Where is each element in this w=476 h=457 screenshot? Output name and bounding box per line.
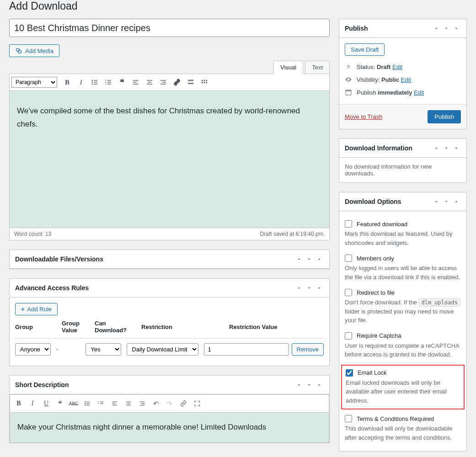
add-media-button[interactable]: Add Media — [9, 44, 59, 57]
edit-visibility-link[interactable]: Edit — [401, 76, 411, 83]
svg-rect-50 — [140, 405, 145, 405]
move-up-icon[interactable] — [432, 197, 441, 206]
option-checkbox[interactable] — [345, 220, 352, 228]
edit-date-link[interactable]: Edit — [414, 89, 424, 96]
bullet-list-button[interactable] — [88, 76, 101, 89]
option-description: Email locked downloads will only be avai… — [346, 378, 460, 405]
option-label-text: Email Lock — [358, 369, 387, 376]
option-checkbox[interactable] — [346, 369, 353, 377]
link-button[interactable] — [177, 398, 189, 409]
blockquote-button[interactable]: ❝ — [116, 76, 128, 89]
group-select[interactable]: Anyone — [15, 343, 51, 356]
publish-button[interactable]: Publish — [428, 110, 461, 123]
align-center-button[interactable] — [123, 398, 134, 409]
svg-rect-33 — [86, 402, 90, 402]
number-list-button[interactable]: 12 — [95, 398, 107, 409]
option-item: Featured downloadMark this download as f… — [345, 217, 461, 251]
option-checkbox[interactable] — [345, 255, 352, 262]
fullscreen-button[interactable] — [191, 398, 203, 409]
undo-button[interactable]: ↶ — [150, 398, 162, 409]
restriction-value-input[interactable] — [204, 343, 289, 356]
short-desc-content[interactable]: Make your Christmas night dinner a memor… — [10, 413, 329, 443]
svg-rect-46 — [127, 403, 130, 404]
option-description: User is required to complete a reCAPTCHA… — [345, 341, 461, 359]
option-label[interactable]: Redirect to file — [345, 289, 461, 296]
bold-button[interactable]: B — [13, 398, 25, 409]
move-up-icon[interactable] — [294, 283, 304, 292]
publish-box-title: Publish — [345, 25, 368, 32]
read-more-button[interactable] — [184, 76, 197, 89]
option-item: Redirect to fileDon't force download. If… — [345, 285, 461, 329]
format-select[interactable]: Paragraph — [11, 77, 57, 88]
number-list-button[interactable]: 123 — [102, 76, 115, 89]
svg-rect-35 — [86, 403, 90, 404]
move-down-icon[interactable] — [305, 283, 314, 292]
toggle-icon[interactable] — [315, 283, 324, 292]
svg-rect-18 — [148, 82, 151, 82]
move-down-icon[interactable] — [442, 143, 451, 153]
move-up-icon[interactable] — [294, 380, 304, 389]
italic-button[interactable]: I — [27, 398, 38, 409]
move-down-icon[interactable] — [305, 380, 314, 389]
download-options-title: Download Options — [345, 198, 401, 205]
svg-rect-53 — [347, 89, 347, 90]
svg-rect-48 — [140, 402, 145, 402]
pin-icon — [345, 63, 352, 70]
bullet-list-button[interactable] — [81, 398, 93, 409]
svg-rect-37 — [86, 405, 90, 405]
option-checkbox[interactable] — [345, 289, 352, 296]
svg-rect-41 — [100, 403, 103, 404]
editor-content[interactable]: We've compiled some of the best dishes f… — [9, 91, 330, 228]
add-media-label: Add Media — [25, 48, 53, 54]
option-label[interactable]: Email Lock — [346, 369, 460, 377]
svg-rect-16 — [133, 84, 139, 84]
option-checkbox[interactable] — [345, 415, 352, 422]
tab-visual[interactable]: Visual — [273, 61, 303, 74]
redo-button[interactable]: ↷ — [164, 398, 176, 409]
option-description: Only logged in users will be able to acc… — [345, 264, 461, 282]
bold-button[interactable]: B — [61, 76, 74, 89]
blockquote-button[interactable]: ❝ — [54, 398, 66, 409]
move-down-icon[interactable] — [442, 197, 451, 206]
add-rule-button[interactable]: + Add Rule — [15, 303, 58, 315]
move-up-icon[interactable] — [294, 255, 304, 264]
move-up-icon[interactable] — [432, 24, 441, 33]
move-up-icon[interactable] — [432, 143, 441, 153]
svg-rect-31 — [206, 82, 207, 83]
strikethrough-button[interactable]: ABC — [68, 398, 80, 409]
link-button[interactable] — [171, 76, 183, 89]
add-rule-label: Add Rule — [27, 306, 52, 313]
group-value: - — [56, 346, 80, 353]
align-center-button[interactable] — [143, 76, 156, 89]
align-left-button[interactable] — [129, 76, 142, 89]
tab-text[interactable]: Text — [305, 61, 330, 74]
toggle-icon[interactable] — [452, 24, 461, 33]
align-left-button[interactable] — [109, 398, 121, 409]
toggle-icon[interactable] — [315, 255, 324, 264]
move-to-trash-link[interactable]: Move to Trash — [345, 113, 382, 120]
option-label[interactable]: Featured download — [345, 220, 461, 228]
italic-button[interactable]: I — [75, 76, 87, 89]
post-title-input[interactable] — [9, 19, 330, 37]
toolbar-toggle-button[interactable] — [198, 76, 211, 89]
option-checkbox[interactable] — [345, 332, 352, 340]
can-download-select[interactable]: Yes — [86, 343, 121, 356]
remove-rule-button[interactable]: Remove — [292, 343, 324, 356]
option-label[interactable]: Members only — [345, 255, 461, 262]
toggle-icon[interactable] — [452, 143, 461, 153]
option-label[interactable]: Require Captcha — [345, 332, 461, 340]
toggle-icon[interactable] — [452, 197, 461, 206]
toggle-icon[interactable] — [315, 380, 324, 389]
option-label-text: Members only — [357, 255, 394, 262]
align-right-button[interactable] — [157, 76, 170, 89]
move-down-icon[interactable] — [305, 255, 314, 264]
edit-status-link[interactable]: Edit — [392, 64, 402, 70]
underline-button[interactable]: U — [40, 398, 52, 409]
option-label[interactable]: Terms & Conditions Required — [345, 415, 461, 422]
restriction-select[interactable]: Daily Download Limit — [127, 343, 198, 356]
align-right-button[interactable] — [136, 398, 148, 409]
page-title: Add Download — [9, 0, 467, 12]
move-down-icon[interactable] — [442, 24, 451, 33]
save-draft-button[interactable]: Save Draft — [345, 43, 385, 56]
svg-rect-15 — [133, 82, 137, 82]
